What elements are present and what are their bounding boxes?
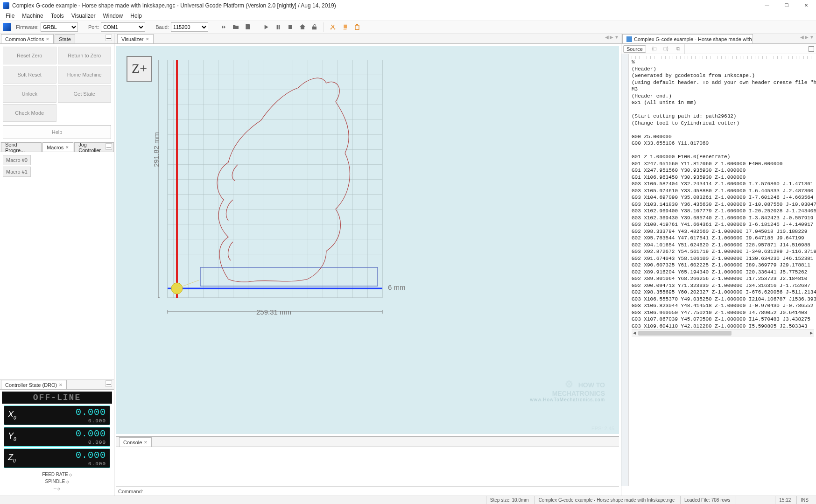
stop-icon[interactable]	[285, 22, 295, 32]
dro-panel: Controller State (DRO)✕ — OFF-LINE X0 0.…	[0, 379, 114, 401]
menu-machine[interactable]: Machine	[18, 12, 47, 20]
macro-1-button[interactable]: Macro #1	[3, 167, 31, 177]
z-plus-button[interactable]: Z+	[127, 56, 152, 82]
nav-left-icon[interactable]: ◀	[605, 35, 609, 40]
macro-tab-strip: Send Progre... Macros✕ Jog Controller —	[0, 142, 114, 152]
minimize-panel-icon[interactable]: —	[106, 143, 112, 150]
check-mode-button[interactable]: Check Mode	[3, 104, 56, 122]
watermark: ⚙ HOW TO MECHATRONICS www.HowToMechatron…	[530, 378, 605, 401]
menu-file[interactable]: File	[2, 12, 18, 20]
close-icon[interactable]: ✕	[46, 37, 49, 42]
svg-rect-14	[626, 36, 632, 42]
svg-rect-2	[168, 60, 382, 298]
home-icon[interactable]	[297, 22, 308, 32]
divider	[257, 22, 257, 32]
source-toolbar: Source ⟨□ □⟩ ⧉	[621, 44, 816, 54]
tab-controller-state[interactable]: Controller State (DRO)✕	[1, 380, 67, 389]
tab-file[interactable]: Complex G-code example - Horse shape mad…	[622, 34, 753, 43]
unlock-icon[interactable]	[310, 22, 320, 32]
menu-tools[interactable]: Tools	[47, 12, 68, 20]
actions-tab-strip: Common Actions✕ State —	[0, 34, 114, 44]
tab-visualizer[interactable]: Visualizer✕	[117, 34, 154, 43]
diff-icon[interactable]: ⧉	[674, 45, 682, 53]
connect-icon[interactable]	[218, 22, 229, 32]
home-machine-button[interactable]: Home Machine	[58, 66, 112, 84]
menu-visualizer[interactable]: Visualizer	[68, 12, 99, 20]
nav-right-icon[interactable]: ▶	[610, 35, 613, 40]
soft-reset-button[interactable]: Soft Reset	[3, 66, 56, 84]
history-fwd-icon[interactable]: □⟩	[662, 45, 670, 53]
divider	[324, 22, 324, 32]
gcode-text: % (Header) (Generated by gcodetools from…	[632, 59, 814, 329]
app-icon-small	[3, 23, 11, 31]
scroll-left-icon[interactable]: ◀	[632, 331, 637, 336]
menu-window[interactable]: Window	[99, 12, 127, 20]
window-title: Complex G-code example - Horse shape mad…	[12, 2, 757, 9]
close-button[interactable]: ✕	[796, 0, 816, 11]
get-state-button[interactable]: Get State	[58, 85, 112, 103]
center-pane: Visualizer✕ ◀ ▶ ▼ Z+	[114, 34, 621, 401]
cut-icon[interactable]	[328, 22, 338, 32]
play-icon[interactable]	[261, 22, 271, 32]
open-icon[interactable]	[231, 22, 241, 32]
close-icon[interactable]: ✕	[65, 145, 69, 150]
right-pane: Complex G-code example - Horse shape mad…	[621, 34, 816, 401]
minimize-panel-icon[interactable]: —	[106, 380, 112, 387]
menu-help[interactable]: Help	[127, 12, 146, 20]
title-bar: Complex G-code example - Horse shape mad…	[0, 0, 816, 11]
paste-icon[interactable]	[352, 22, 362, 32]
nav-right-icon[interactable]: ▶	[805, 35, 809, 40]
h-scrollbar[interactable]: ◀ ▶	[632, 329, 814, 337]
viz-tab-strip: Visualizer✕ ◀ ▶ ▼	[114, 34, 621, 44]
dro-tab-strip: Controller State (DRO)✕ —	[0, 379, 114, 390]
grid	[158, 60, 396, 321]
nav-left-icon[interactable]: ◀	[800, 35, 804, 40]
minimize-panel-icon[interactable]: —	[106, 35, 112, 41]
port-select[interactable]: COM1	[101, 22, 145, 32]
source-subtab[interactable]: Source	[623, 45, 646, 53]
dim-y-label: 291.82 mm	[152, 132, 160, 167]
unlock-button[interactable]: Unlock	[3, 85, 56, 103]
close-icon[interactable]: ✕	[146, 37, 149, 42]
macro-0-button[interactable]: Macro #0	[3, 155, 31, 165]
nav-down-icon[interactable]: ▼	[809, 35, 814, 40]
menu-bar: File Machine Tools Visualizer Window Hel…	[0, 11, 816, 21]
tab-common-actions[interactable]: Common Actions✕	[1, 34, 54, 43]
maximize-button[interactable]: ☐	[777, 0, 796, 11]
offline-indicator: OFF-LINE	[2, 392, 112, 401]
code-area[interactable]: % (Header) (Generated by gcodetools from…	[621, 54, 816, 401]
firmware-select[interactable]: GRBL	[41, 22, 78, 32]
return-to-zero-button[interactable]: Return to Zero	[58, 47, 112, 64]
app-icon	[3, 2, 9, 9]
save-icon[interactable]	[243, 22, 253, 32]
nav-down-icon[interactable]: ▼	[614, 35, 619, 40]
dim-right-label: 6 mm	[388, 283, 406, 291]
maximize-editor-icon[interactable]	[809, 46, 814, 52]
baud-select[interactable]: 115200	[171, 22, 208, 32]
copy-icon[interactable]	[340, 22, 350, 32]
reset-zero-button[interactable]: Reset Zero	[3, 47, 56, 64]
main-layout: Common Actions✕ State — Reset Zero Retur…	[0, 34, 816, 401]
port-label: Port:	[88, 24, 99, 30]
file-tab-strip: Complex G-code example - Horse shape mad…	[621, 34, 816, 44]
file-icon	[626, 36, 632, 42]
left-pane: Common Actions✕ State — Reset Zero Retur…	[0, 34, 114, 401]
history-back-icon[interactable]: ⟨□	[650, 45, 658, 53]
tab-macros[interactable]: Macros✕	[42, 142, 73, 152]
pause-icon[interactable]	[273, 22, 283, 32]
actions-grid: Reset Zero Return to Zero Soft Reset Hom…	[0, 44, 114, 142]
close-icon[interactable]: ✕	[59, 383, 63, 387]
help-button[interactable]: Help	[3, 125, 111, 139]
toolbar: Firmware: GRBL Port: COM1 Baud: 115200	[0, 21, 816, 34]
tab-state[interactable]: State	[55, 34, 75, 43]
divider	[684, 44, 685, 54]
minimize-button[interactable]: —	[757, 0, 777, 11]
tab-send-progress[interactable]: Send Progre...	[1, 142, 42, 152]
visualizer-canvas[interactable]: Z+	[116, 46, 619, 401]
dim-x-label: 259.31 mm	[256, 308, 291, 316]
scroll-thumb[interactable]	[638, 331, 732, 336]
gutter	[621, 54, 629, 401]
baud-label: Baud:	[155, 24, 169, 30]
firmware-label: Firmware:	[16, 24, 39, 30]
scroll-right-icon[interactable]: ▶	[809, 331, 814, 336]
